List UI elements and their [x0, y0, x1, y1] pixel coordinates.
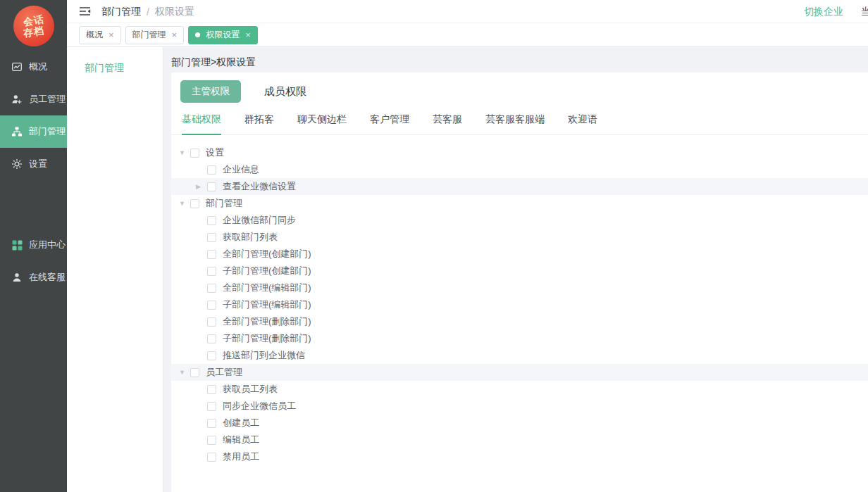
checkbox[interactable]	[207, 453, 216, 462]
logo-text-line2: 存档	[22, 25, 44, 39]
checkbox[interactable]	[207, 385, 216, 394]
collapse-sidebar-icon[interactable]	[79, 6, 91, 19]
tree-row[interactable]: 同步企业微信员工	[171, 398, 868, 415]
checkbox[interactable]	[207, 233, 216, 242]
tree-row[interactable]: ▼部门管理	[171, 195, 868, 212]
tree-row[interactable]: 编辑员工	[171, 431, 868, 448]
tree-row[interactable]: 全部门管理(创建部门)	[171, 246, 868, 263]
tree-node-label: 获取员工列表	[223, 383, 278, 396]
caret-down-icon[interactable]: ▼	[179, 200, 190, 207]
caret-down-icon[interactable]: ▼	[179, 149, 190, 156]
checkbox[interactable]	[207, 250, 216, 259]
tree-row[interactable]: 创建员工	[171, 415, 868, 431]
breadcrumb: 部门管理 / 权限设置	[101, 0, 194, 23]
close-tab-icon[interactable]: ×	[245, 30, 251, 39]
checkbox[interactable]	[190, 368, 199, 377]
caret-right-icon[interactable]: ▶	[196, 183, 207, 190]
tree-row[interactable]: 禁用员工	[171, 448, 868, 465]
checkbox[interactable]	[207, 182, 216, 191]
breadcrumb-root[interactable]: 部门管理	[101, 6, 141, 18]
checkbox[interactable]	[207, 317, 216, 327]
caret-down-icon[interactable]: ▼	[179, 369, 190, 376]
main-content: 部门管理>权限设置 主管权限成员权限 基础权限群拓客聊天侧边栏客户管理芸客服芸客…	[163, 47, 868, 492]
checkbox[interactable]	[207, 334, 216, 343]
permission-tabs: 基础权限群拓客聊天侧边栏客户管理芸客服芸客服客服端欢迎语	[171, 113, 868, 135]
checkbox[interactable]	[207, 351, 216, 360]
tree-row[interactable]: 子部门管理(创建部门)	[171, 263, 868, 279]
department-icon	[11, 126, 23, 137]
header-actions: 切换企业 当	[804, 0, 868, 23]
tree-row[interactable]: ▶查看企业微信设置	[171, 178, 868, 195]
role-tabs: 主管权限成员权限	[171, 72, 868, 103]
close-tab-icon[interactable]: ×	[108, 30, 114, 39]
checkbox[interactable]	[207, 436, 216, 445]
page-tab-权限设置[interactable]: 权限设置×	[188, 26, 258, 44]
perm-tab-群拓客[interactable]: 群拓客	[244, 113, 274, 134]
sidebar-item-label: 概况	[29, 61, 47, 73]
tree-row[interactable]: ▼设置	[171, 144, 868, 161]
tree-row[interactable]: 推送部门到企业微信	[171, 347, 868, 364]
sidebar-item-应用中心[interactable]: 应用中心	[0, 229, 67, 261]
page-tab-label: 部门管理	[132, 29, 166, 41]
tree-node-label: 子部门管理(删除部门)	[223, 332, 311, 345]
tree-node-label: 设置	[206, 146, 224, 159]
checkbox[interactable]	[207, 419, 216, 428]
tree-node-label: 全部门管理(创建部门)	[223, 248, 311, 260]
checkbox[interactable]	[207, 402, 216, 411]
close-tab-icon[interactable]: ×	[172, 30, 178, 39]
breadcrumb-separator: /	[147, 6, 149, 18]
sidebar-item-部门管理[interactable]: 部门管理	[0, 115, 67, 148]
sidebar-item-概况[interactable]: 概况	[0, 51, 67, 83]
checkbox[interactable]	[207, 267, 216, 276]
tree-node-label: 全部门管理(编辑部门)	[223, 282, 311, 294]
tree-node-label: 全部门管理(删除部门)	[223, 315, 311, 328]
role-tab-成员权限[interactable]: 成员权限	[264, 85, 306, 99]
apps-icon	[11, 239, 23, 251]
perm-tab-欢迎语[interactable]: 欢迎语	[568, 113, 597, 134]
clipped-text: 当	[861, 6, 868, 18]
tree-row[interactable]: 企业微信部门同步	[171, 212, 868, 229]
page-tab-label: 概况	[86, 29, 103, 41]
checkbox[interactable]	[190, 199, 199, 208]
tree-node-label: 企业信息	[223, 163, 259, 176]
checkbox[interactable]	[190, 149, 199, 158]
tree-node-label: 推送部门到企业微信	[223, 349, 305, 362]
page-tab-部门管理[interactable]: 部门管理×	[125, 26, 185, 44]
permission-tree: ▼设置企业信息▶查看企业微信设置▼部门管理企业微信部门同步获取部门列表全部门管理…	[171, 144, 868, 465]
perm-tab-聊天侧边栏[interactable]: 聊天侧边栏	[297, 113, 347, 134]
sub-sidebar: 部门管理	[67, 47, 163, 492]
active-tab-dot	[195, 32, 200, 37]
settings-icon	[11, 158, 23, 170]
perm-tab-芸客服客服端[interactable]: 芸客服客服端	[485, 113, 545, 134]
tree-node-label: 编辑员工	[223, 434, 259, 446]
sidebar-item-设置[interactable]: 设置	[0, 148, 67, 180]
sidebar-item-员工管理[interactable]: 员工管理	[0, 83, 67, 115]
perm-tab-基础权限[interactable]: 基础权限	[182, 113, 221, 135]
sidebar-item-label: 部门管理	[29, 125, 66, 138]
tree-row[interactable]: 全部门管理(编辑部门)	[171, 279, 868, 296]
role-tab-主管权限[interactable]: 主管权限	[180, 80, 241, 103]
app-logo[interactable]: 会话 存档	[13, 6, 54, 46]
checkbox[interactable]	[207, 165, 216, 175]
sub-sidebar-item-部门管理[interactable]: 部门管理	[67, 62, 163, 75]
page-tabs: 概况×部门管理×权限设置×	[67, 23, 868, 47]
top-header: 部门管理 / 权限设置 切换企业 当	[67, 0, 868, 23]
tree-row[interactable]: 子部门管理(删除部门)	[171, 330, 868, 347]
tree-row[interactable]: 获取部门列表	[171, 229, 868, 246]
checkbox[interactable]	[207, 216, 216, 225]
tree-row[interactable]: 子部门管理(编辑部门)	[171, 296, 868, 313]
checkbox[interactable]	[207, 284, 216, 293]
tree-row[interactable]: 全部门管理(删除部门)	[171, 313, 868, 330]
chart-icon	[11, 61, 23, 72]
checkbox[interactable]	[207, 301, 216, 310]
tree-row[interactable]: 获取员工列表	[171, 381, 868, 398]
switch-company-link[interactable]: 切换企业	[804, 6, 843, 18]
page-tab-概况[interactable]: 概况×	[79, 26, 121, 44]
perm-tab-客户管理[interactable]: 客户管理	[370, 113, 409, 134]
perm-tab-芸客服[interactable]: 芸客服	[433, 113, 462, 134]
tree-row[interactable]: ▼员工管理	[171, 364, 868, 381]
tree-row[interactable]: 企业信息	[171, 161, 868, 178]
sidebar-item-在线客服[interactable]: 在线客服	[0, 261, 67, 294]
menu-spacer	[0, 180, 67, 229]
tree-node-label: 同步企业微信员工	[223, 400, 296, 412]
